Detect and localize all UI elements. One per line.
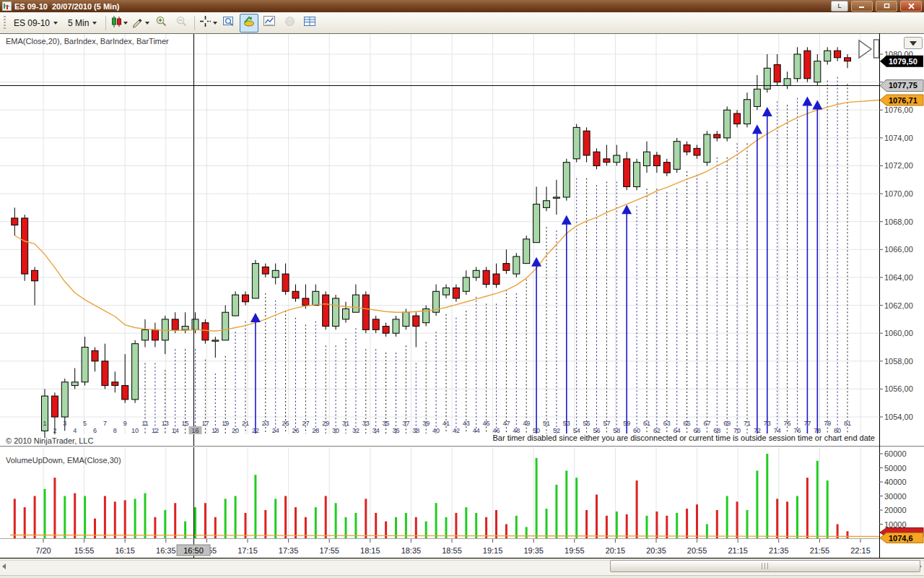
bar-index-number: 14 — [172, 427, 179, 434]
volume-bar — [796, 496, 798, 539]
time-tick-label: 21:55 — [810, 546, 830, 555]
chevron-down-icon — [123, 22, 128, 25]
volume-bar — [204, 503, 206, 538]
candle-body — [614, 155, 620, 163]
candle-body — [573, 127, 580, 158]
time-tick-label: 17:55 — [319, 546, 339, 555]
close-button[interactable] — [900, 1, 922, 12]
bar-index-number: 3 — [63, 420, 66, 427]
candle-body — [583, 131, 590, 155]
drawing-tools-button[interactable] — [130, 14, 150, 33]
candle-body — [172, 319, 178, 329]
volume-bar — [274, 499, 276, 538]
volume-bar — [565, 470, 567, 538]
volume-tick-label: 60000 — [884, 449, 907, 458]
scroll-left-arrow-icon[interactable] — [2, 564, 6, 569]
interval-selector[interactable]: 5 Min — [64, 17, 102, 30]
volume-bar — [254, 475, 256, 538]
volume-bar — [64, 496, 66, 539]
bar-index-number: 81 — [844, 420, 851, 427]
instrument-label: ES 09-10 — [14, 18, 50, 28]
volume-bar — [264, 510, 266, 538]
time-tick-label: 18:15 — [360, 546, 380, 555]
candle-body — [794, 54, 801, 79]
scrollbar-thumb[interactable] — [610, 560, 920, 572]
bar-index-number: 35 — [383, 420, 390, 427]
volume-bar — [616, 512, 618, 538]
toolbar-grip[interactable] — [4, 16, 6, 30]
chevron-down-icon — [92, 22, 97, 25]
bar-index-number: 13 — [162, 420, 169, 427]
candle-body — [333, 298, 339, 327]
bar-index-number: 55 — [583, 420, 590, 427]
candle-body — [162, 319, 168, 340]
cursor-crosshair-button[interactable] — [199, 14, 218, 33]
volume-bar — [84, 496, 86, 539]
candle-body — [202, 323, 209, 340]
reload-button[interactable] — [280, 14, 299, 33]
chart-canvas[interactable]: 1080,001078,001076,001074,001072,001070,… — [0, 33, 924, 558]
volume-bar — [194, 507, 196, 538]
volume-bar — [816, 461, 819, 538]
volume-bar — [485, 517, 487, 538]
candle-body — [352, 295, 359, 312]
properties-button[interactable] — [300, 14, 319, 33]
candle-body — [302, 298, 309, 306]
price-tick-label: 1060,00 — [884, 329, 913, 337]
time-tick-label: 18:35 — [401, 546, 422, 555]
toolbar: ES 09-10 5 Min — [0, 12, 924, 33]
candle-body — [724, 110, 731, 138]
bar-index-number: 63 — [663, 420, 671, 427]
candle-body — [92, 350, 98, 361]
bar-index-number: 41 — [443, 420, 450, 427]
bar-index-number: 18 — [212, 427, 219, 434]
bar-index-number: 1 — [43, 420, 46, 427]
candle-body — [503, 264, 510, 271]
time-tick-label: 17:35 — [279, 546, 299, 555]
restore-button[interactable] — [876, 1, 897, 12]
crosshair-price-tag-text: 1077,75 — [889, 81, 918, 90]
bar-index-number: 22 — [252, 427, 259, 434]
bar-index-number: 10 — [131, 427, 139, 434]
zoom-in-button[interactable] — [152, 14, 170, 33]
crosshair-icon — [199, 15, 212, 30]
chart-style-button[interactable] — [110, 14, 128, 33]
bar-index-number: 29 — [322, 420, 329, 427]
bar-index-number: 61 — [643, 420, 650, 427]
indicators-button[interactable] — [260, 14, 279, 33]
instrument-selector[interactable]: ES 09-10 — [10, 17, 63, 30]
volume-panel-indicator-label: VolumeUpDown, EMA(Close,30) — [6, 456, 121, 465]
candle-body — [142, 329, 149, 340]
bar-index-number: 79 — [824, 420, 831, 427]
bar-index-number: 6 — [93, 427, 97, 434]
volume-bar — [515, 516, 518, 538]
price-tick-label: 1062,00 — [884, 301, 913, 310]
candle-body — [774, 64, 780, 82]
bar-index-number: 44 — [473, 427, 480, 434]
volume-bar — [646, 516, 648, 538]
chart-trader-button[interactable] — [240, 14, 258, 33]
title-bar: ES 09-10 20/07/2010 (5 Min) L — [0, 0, 924, 12]
volume-bar — [365, 499, 367, 538]
candle-body — [272, 270, 279, 277]
bar-index-number: 24 — [272, 427, 279, 434]
time-tick-label: 18:55 — [442, 546, 462, 555]
data-box-button[interactable] — [219, 14, 238, 33]
bar-index-number: 5 — [83, 420, 87, 427]
price-tick-label: 1064,00 — [884, 273, 913, 282]
zoom-out-button[interactable] — [172, 14, 191, 33]
minimize-button[interactable] — [851, 1, 873, 12]
time-tick-label: 21:15 — [728, 546, 748, 555]
bar-index-number: 71 — [744, 420, 751, 427]
link-button[interactable]: L — [831, 1, 848, 12]
candle-body — [323, 295, 329, 326]
candle-body — [22, 218, 28, 274]
volume-bar — [114, 501, 116, 538]
time-tick-label: 22:15 — [850, 546, 871, 555]
candle-body — [12, 218, 18, 225]
time-tick-label: 19:35 — [523, 546, 544, 555]
candle-body — [82, 348, 88, 382]
volume-bar — [144, 493, 147, 538]
bar-index-number: 65 — [684, 420, 691, 427]
time-tick-label: 7/20 — [35, 546, 51, 555]
